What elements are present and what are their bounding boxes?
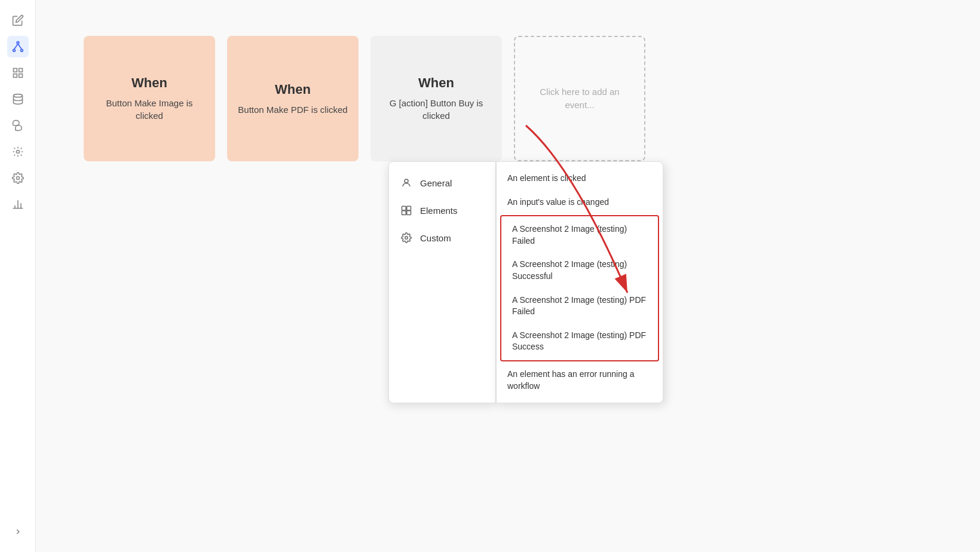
custom-label: Custom [420, 233, 451, 243]
category-general[interactable]: General [389, 169, 495, 197]
network-icon[interactable] [7, 36, 29, 57]
card3-description: G [action] Button Buy is clicked [370, 97, 502, 122]
workflow-canvas: When Button Make Image is clicked When B… [36, 0, 980, 552]
svg-point-16 [405, 179, 408, 183]
event-item-2[interactable]: An input's value is changed [497, 191, 663, 214]
svg-point-21 [405, 237, 408, 240]
settings-icon[interactable] [7, 167, 29, 189]
event-item-5[interactable]: A Screenshot 2 Image (testing) PDF Faile… [501, 289, 658, 324]
database-icon[interactable] [7, 88, 29, 110]
svg-line-3 [14, 44, 17, 49]
events-submenu: An element is clicked An input's value i… [496, 161, 663, 403]
event-item-3[interactable]: A Screenshot 2 Image (testing) Failed [501, 217, 658, 253]
general-icon [400, 176, 413, 189]
custom-icon [400, 231, 413, 244]
svg-rect-7 [13, 74, 17, 78]
elements-icon [400, 204, 413, 217]
add-event-label: Click here to add an event... [515, 85, 644, 112]
svg-rect-17 [402, 206, 406, 210]
sidebar [0, 0, 36, 552]
main-canvas: When Button Make Image is clicked When B… [36, 0, 980, 552]
highlighted-events-group: A Screenshot 2 Image (testing) Failed A … [500, 215, 659, 361]
svg-point-1 [13, 50, 15, 52]
collapse-arrow[interactable] [7, 521, 29, 542]
svg-point-2 [20, 50, 23, 52]
svg-point-0 [17, 42, 19, 44]
category-elements[interactable]: Elements [389, 197, 495, 224]
event-item-7[interactable]: An element has an error running a workfl… [497, 363, 663, 398]
card2-description: Button Make PDF is clicked [228, 103, 357, 116]
svg-rect-6 [19, 69, 22, 72]
card2-when-label: When [275, 82, 311, 97]
event-card-1[interactable]: When Button Make Image is clicked [84, 36, 215, 161]
svg-rect-18 [407, 206, 411, 210]
event-item-1[interactable]: An element is clicked [497, 167, 663, 191]
category-custom[interactable]: Custom [389, 224, 495, 252]
tool-icon[interactable] [7, 141, 29, 162]
svg-rect-19 [402, 211, 406, 215]
grid-icon[interactable] [7, 62, 29, 84]
svg-rect-20 [407, 211, 411, 215]
pencil-icon[interactable] [7, 10, 29, 31]
card1-description: Button Make Image is clicked [84, 97, 215, 122]
svg-rect-5 [13, 69, 17, 72]
svg-rect-8 [19, 74, 22, 78]
svg-point-10 [16, 151, 19, 154]
event-item-6[interactable]: A Screenshot 2 Image (testing) PDF Succe… [501, 324, 658, 359]
svg-line-4 [18, 44, 22, 49]
elements-label: Elements [420, 206, 458, 216]
event-card-2[interactable]: When Button Make PDF is clicked [227, 36, 359, 161]
event-card-3[interactable]: When G [action] Button Buy is clicked [370, 36, 502, 161]
card1-when-label: When [131, 75, 167, 91]
category-menu: General Elements [388, 161, 496, 403]
svg-point-11 [16, 177, 19, 180]
chart-icon[interactable] [7, 194, 29, 215]
event-item-4[interactable]: A Screenshot 2 Image (testing) Successfu… [501, 253, 658, 288]
general-label: General [420, 178, 452, 188]
event-dropdown: General Elements [388, 161, 663, 403]
brain-icon[interactable] [7, 115, 29, 136]
svg-point-9 [13, 94, 22, 97]
add-event-card[interactable]: Click here to add an event... [514, 36, 645, 161]
card3-when-label: When [418, 75, 454, 91]
